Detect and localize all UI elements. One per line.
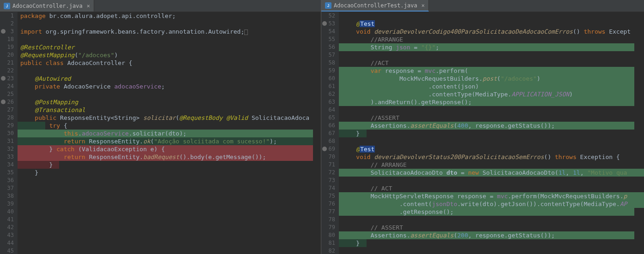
code-line[interactable]: package br.com.alura.adopet.api.controll… xyxy=(20,12,321,20)
code-line[interactable] xyxy=(20,247,321,254)
code-line[interactable] xyxy=(20,35,321,43)
code-line[interactable]: } xyxy=(20,169,321,177)
code-line[interactable] xyxy=(20,192,321,200)
code-line[interactable] xyxy=(20,231,321,239)
editor-right[interactable]: 5253545556575859606162636465666768697071… xyxy=(321,12,644,254)
code-line[interactable] xyxy=(20,239,321,247)
code-line[interactable] xyxy=(342,216,644,224)
code-text: @Transactional xyxy=(20,106,85,113)
code-line[interactable]: // ACT xyxy=(342,184,644,192)
code-text: // ARRANGE xyxy=(342,161,407,168)
tab-adocao-controller[interactable]: J AdocaoController.java × xyxy=(0,0,94,12)
code-line[interactable]: void deveriaDevolverCodigo400ParaSolicit… xyxy=(342,28,644,35)
code-line[interactable]: .getResponse(); xyxy=(342,208,644,216)
code-right[interactable]: @Test void deveriaDevolverCodigo400ParaS… xyxy=(339,12,644,254)
code-line[interactable] xyxy=(342,137,644,145)
code-line[interactable]: Assertions.assertEquals(200, response.ge… xyxy=(342,231,644,239)
code-line[interactable]: String json = "{}"; xyxy=(342,43,644,51)
code-line[interactable]: private AdocaoService adocaoService; xyxy=(20,83,321,90)
code-line[interactable] xyxy=(20,208,321,216)
code-text: @Test xyxy=(342,20,375,27)
close-icon[interactable]: × xyxy=(421,2,425,9)
code-text: String json = "{}"; xyxy=(342,44,439,51)
editor-left[interactable]: 1231819202122232425262728293031323334353… xyxy=(0,12,321,254)
code-text: import org.springframework.beans.factory… xyxy=(20,28,248,35)
code-line[interactable]: return ResponseEntity.ok("Adoção solciit… xyxy=(20,137,321,145)
code-line[interactable]: SolicitacaoAdocaoDto dto = new Solicitac… xyxy=(342,169,644,177)
line-number: 30 xyxy=(0,130,14,137)
code-line[interactable] xyxy=(342,51,644,59)
code-line[interactable]: this.adocaoService.solicitar(dto); xyxy=(20,130,321,137)
code-line[interactable]: @Transactional xyxy=(20,106,321,114)
code-line[interactable]: public class AdocaoController { xyxy=(20,59,321,67)
code-line[interactable]: } xyxy=(342,239,644,247)
code-line[interactable]: } xyxy=(342,130,644,137)
code-line[interactable]: MockMvcRequestBuilders.post("/adocoes") xyxy=(342,75,644,83)
line-number: 65 xyxy=(321,114,335,122)
line-number: 53 xyxy=(321,20,335,28)
code-line[interactable]: // ASSERT xyxy=(342,224,644,231)
code-line[interactable]: //ASSERT xyxy=(342,114,644,122)
code-line[interactable]: try { xyxy=(20,122,321,130)
code-left[interactable]: package br.com.alura.adopet.api.controll… xyxy=(18,12,321,254)
code-line[interactable] xyxy=(342,177,644,184)
code-line[interactable]: ).andReturn().getResponse(); xyxy=(342,98,644,106)
code-line[interactable] xyxy=(20,20,321,28)
code-line[interactable] xyxy=(342,247,644,254)
code-line[interactable]: //ACT xyxy=(342,59,644,67)
code-line[interactable]: //ARRANGE xyxy=(342,35,644,43)
line-number: 36 xyxy=(0,177,14,184)
code-line[interactable]: @RequestMapping("/adocoes") xyxy=(20,51,321,59)
line-number: 57 xyxy=(321,51,335,59)
line-number: 33 xyxy=(0,153,14,161)
code-text: .getResponse(); xyxy=(342,208,454,215)
code-text: void deveriaDevolverCodigo400ParaSolicit… xyxy=(342,28,631,35)
code-line[interactable] xyxy=(20,224,321,231)
code-line[interactable] xyxy=(20,67,321,75)
code-line[interactable]: import org.springframework.beans.factory… xyxy=(20,28,321,35)
code-line[interactable]: Assertions.assertEquals(400, response.ge… xyxy=(342,122,644,130)
code-line[interactable]: .content(json) xyxy=(342,83,644,90)
code-line[interactable]: } xyxy=(20,161,321,169)
code-text: public ResponseEntity<String> solicitar(… xyxy=(20,114,309,121)
code-line[interactable] xyxy=(20,184,321,192)
code-text: @Autowired xyxy=(20,75,71,82)
line-number: 29 xyxy=(0,122,14,130)
code-line[interactable] xyxy=(20,177,321,184)
code-line[interactable]: public ResponseEntity<String> solicitar(… xyxy=(20,114,321,122)
code-text: var response = mvc.perform( xyxy=(342,67,468,74)
line-number: 19 xyxy=(0,43,14,51)
code-line[interactable]: // ARRANGE xyxy=(342,161,644,169)
tab-bar-left: J AdocaoController.java × xyxy=(0,0,321,12)
code-line[interactable]: @Autowired xyxy=(20,75,321,83)
line-number: 43 xyxy=(0,231,14,239)
code-line[interactable]: @PostMapping xyxy=(20,98,321,106)
line-number: 82 xyxy=(321,247,335,254)
code-line[interactable]: MockHttpServletResponse response = mvc.p… xyxy=(342,192,644,200)
line-number: 61 xyxy=(321,83,335,90)
line-number: 40 xyxy=(0,208,14,216)
code-text: Assertions.assertEquals(200, response.ge… xyxy=(342,232,555,239)
code-line[interactable]: var response = mvc.perform( xyxy=(342,67,644,75)
code-line[interactable]: return ResponseEntity.badRequest().body(… xyxy=(20,153,321,161)
code-line[interactable] xyxy=(342,12,644,20)
close-icon[interactable]: × xyxy=(87,3,90,9)
tab-adocao-controller-test[interactable]: J AdocaoControllerTest.java × xyxy=(321,0,429,12)
line-number: 78 xyxy=(321,216,335,224)
gutter-marker-icon xyxy=(322,21,327,26)
code-line[interactable]: @RestController xyxy=(20,43,321,51)
line-number: 25 xyxy=(0,90,14,98)
code-line[interactable] xyxy=(20,90,321,98)
code-line[interactable]: @Test xyxy=(342,20,644,28)
code-line[interactable] xyxy=(342,106,644,114)
code-line[interactable]: @Test xyxy=(342,145,644,153)
code-line[interactable]: void deveriaDevolverStatus200ParaSolicit… xyxy=(342,153,644,161)
code-line[interactable]: .content(jsonDto.write(dto).getJson()).c… xyxy=(342,200,644,208)
line-number: 28 xyxy=(0,114,14,122)
line-number: 72 xyxy=(321,169,335,177)
code-line[interactable] xyxy=(20,216,321,224)
line-number: 58 xyxy=(321,59,335,67)
code-line[interactable] xyxy=(20,200,321,208)
code-line[interactable]: .contentType(MediaType.APPLICATION_JSON) xyxy=(342,90,644,98)
code-line[interactable]: } catch (ValidacaoException e) { xyxy=(20,145,321,153)
